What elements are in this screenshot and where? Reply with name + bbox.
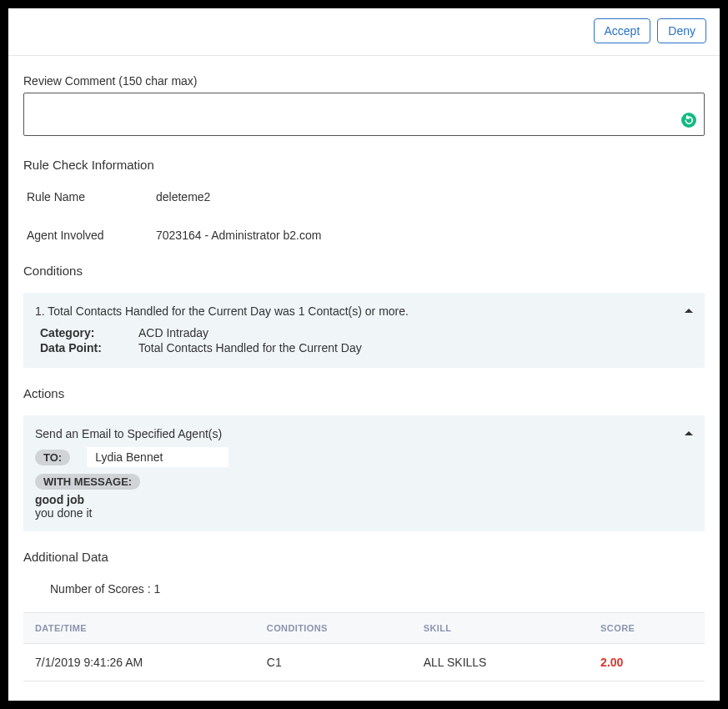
- svg-marker-2: [685, 431, 693, 435]
- actions-summary: Send an Email to Specified Agent(s): [35, 427, 222, 440]
- actions-title: Actions: [23, 386, 705, 400]
- review-comment-box: [23, 93, 705, 136]
- deny-button[interactable]: Deny: [657, 18, 706, 43]
- cell-datetime: 7/1/2019 9:41:26 AM: [23, 644, 255, 681]
- cell-conditions: C1: [255, 644, 412, 681]
- svg-point-0: [681, 113, 696, 128]
- rule-name-value: deleteme2: [156, 190, 210, 204]
- rule-name-row: Rule Name deleteme2: [23, 187, 705, 207]
- to-pill: TO:: [35, 450, 70, 465]
- caret-up-icon: [685, 427, 693, 440]
- scores-table: DATE/TIME CONDITIONS SKILL SCORE 7/1/201…: [23, 612, 705, 681]
- col-header-datetime[interactable]: DATE/TIME: [23, 613, 255, 644]
- datapoint-value: Total Contacts Handled for the Current D…: [138, 341, 362, 354]
- recipient-box: Lydia Bennet: [87, 447, 228, 467]
- header-bar: Accept Deny: [8, 8, 720, 56]
- number-of-scores: Number of Scores : 1: [23, 582, 705, 596]
- datapoint-label: Data Point:: [40, 341, 138, 354]
- content-area: Review Comment (150 char max) Rule Check…: [8, 56, 720, 701]
- accept-button[interactable]: Accept: [594, 18, 651, 43]
- with-message-pill: WITH MESSAGE:: [35, 474, 140, 490]
- col-header-skill[interactable]: SKILL: [412, 613, 589, 644]
- caret-up-icon: [685, 304, 693, 318]
- agent-involved-row: Agent Involved 7023164 - Administrator b…: [23, 225, 705, 245]
- actions-panel: Send an Email to Specified Agent(s) TO: …: [23, 415, 705, 531]
- additional-data-title: Additional Data: [23, 550, 705, 564]
- col-header-score[interactable]: SCORE: [589, 613, 705, 644]
- cell-skill: ALL SKILLS: [412, 644, 589, 681]
- with-message-row: WITH MESSAGE:: [35, 474, 693, 490]
- score-value: 2.00: [600, 656, 623, 669]
- message-subject: good job: [35, 493, 693, 506]
- dialog-page: Accept Deny Review Comment (150 char max…: [8, 8, 720, 701]
- grammarly-icon: [680, 112, 697, 128]
- conditions-details: Category: ACD Intraday Data Point: Total…: [35, 326, 693, 354]
- message-body: you done it: [35, 506, 693, 520]
- actions-panel-head[interactable]: Send an Email to Specified Agent(s): [35, 427, 693, 440]
- conditions-summary: 1. Total Contacts Handled for the Curren…: [35, 304, 409, 318]
- agent-involved-value: 7023164 - Administrator b2.com: [156, 229, 321, 242]
- cell-score: 2.00: [589, 644, 705, 681]
- conditions-panel: 1. Total Contacts Handled for the Curren…: [23, 293, 705, 368]
- action-to-row: TO: Lydia Bennet: [35, 447, 693, 467]
- table-row[interactable]: 7/1/2019 9:41:26 AM C1 ALL SKILLS 2.00: [23, 644, 705, 681]
- svg-marker-1: [685, 309, 693, 313]
- category-label: Category:: [40, 326, 138, 339]
- col-header-conditions[interactable]: CONDITIONS: [255, 613, 412, 644]
- review-comment-label: Review Comment (150 char max): [23, 74, 705, 88]
- category-value: ACD Intraday: [138, 326, 208, 339]
- rule-info-title: Rule Check Information: [23, 158, 705, 172]
- rule-name-label: Rule Name: [27, 190, 156, 204]
- conditions-title: Conditions: [23, 264, 705, 278]
- review-comment-input[interactable]: [31, 98, 697, 130]
- conditions-panel-head[interactable]: 1. Total Contacts Handled for the Curren…: [35, 304, 693, 318]
- agent-involved-label: Agent Involved: [27, 229, 156, 242]
